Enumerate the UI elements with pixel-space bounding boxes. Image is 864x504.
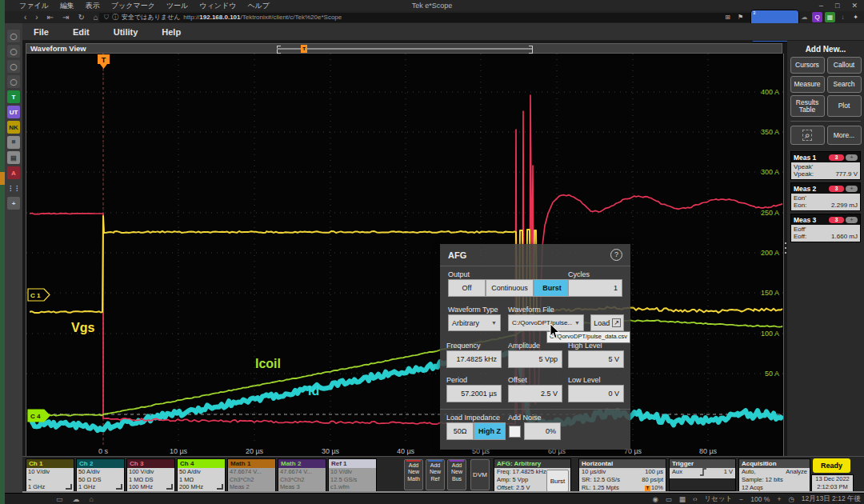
home-icon[interactable]: ⌂	[90, 495, 94, 503]
measurement-badge[interactable]: Meas 23+Eon'Eon:2.299 mJ	[790, 182, 861, 211]
purple-extension-icon[interactable]: Q	[812, 12, 822, 22]
url-bar[interactable]: ⛉ ⓘ 安全ではありません http://192.168.0.101/Tektr…	[99, 13, 794, 22]
waveform-file-dropdown[interactable]: C:/QorvoDPT/pulse...▼	[508, 314, 584, 331]
qr-icon[interactable]: ⌗	[7, 136, 20, 149]
nk-tab-icon[interactable]: NK	[7, 121, 20, 134]
url-text[interactable]: http://192.168.0.101/Tektronix#/client/c…	[183, 14, 342, 21]
search-button[interactable]: Search	[827, 76, 862, 93]
browser-menu-item[interactable]: 表示	[86, 1, 100, 11]
browser-menu-item[interactable]: ヘルプ	[247, 1, 270, 11]
browser-menu-item[interactable]: ブックマーク	[111, 1, 155, 11]
browser-menu-item[interactable]: ツール	[166, 1, 188, 11]
scope-menu-utility[interactable]: Utility	[114, 27, 138, 37]
50ω-option[interactable]: 50Ω	[446, 422, 474, 440]
load-button[interactable]: Load↗	[590, 314, 624, 331]
grid-dots-icon[interactable]: ⋮⋮	[7, 182, 20, 194]
teal-s-extension-icon[interactable]: S3	[786, 12, 797, 22]
trigger-badge[interactable]: TriggerAux1 V	[669, 458, 736, 491]
bookmark-icon[interactable]: ⚑	[735, 12, 746, 22]
tek-tab-icon[interactable]: T	[7, 90, 20, 103]
measurement-badge[interactable]: Meas 13+Vpeak'Vpeak:777.9 V	[790, 151, 861, 180]
afg-burst-button[interactable]: Burst	[546, 470, 569, 492]
period-input[interactable]: 57.2001 µs	[446, 385, 502, 402]
scope-menu-file[interactable]: File	[34, 27, 49, 37]
ghost-extension-icon[interactable]: ☁	[799, 12, 810, 22]
dvm-button[interactable]: DVM	[470, 459, 490, 490]
tiles-icon[interactable]: ⊞	[722, 12, 733, 22]
afg-badge[interactable]: AFG: ArbitraryFreq: 17.4825 kHzAmp: 5 Vp…	[494, 458, 571, 491]
forward-icon[interactable]: ›	[35, 13, 38, 22]
channel-badge-math2[interactable]: Math 247.6674 V...Ch3*Ch2Meas 3	[278, 458, 326, 491]
horizontal-overview-slider[interactable]: T	[277, 46, 533, 52]
slider-right-bracket[interactable]	[529, 46, 533, 54]
a-red-icon[interactable]: A	[7, 166, 20, 179]
blue-arrow-extension-icon[interactable]: ↓	[838, 12, 848, 22]
zoom-out-button[interactable]: −	[739, 495, 743, 503]
image-icon[interactable]: ▦	[679, 495, 686, 503]
channel-badge-ch4[interactable]: Ch 450 A/div1 MΩ200 MHz	[177, 458, 226, 491]
horizontal-badge[interactable]: Horizontal10 µs/div100 µsSR: 12.5 GS/s80…	[578, 458, 666, 491]
callout-button[interactable]: Callout	[827, 57, 862, 74]
add-new-bus-button[interactable]: AddNewBus	[447, 459, 466, 490]
expand-badge[interactable]: +	[846, 186, 858, 192]
waveform-type-dropdown[interactable]: Arbitrary▼	[448, 314, 501, 331]
plus-icon[interactable]: +	[7, 197, 20, 210]
window-icon[interactable]: ▭	[56, 495, 63, 503]
browser-menu-item[interactable]: ウィンドウ	[199, 1, 236, 11]
info-icon[interactable]: ⓘ	[112, 13, 118, 22]
tab-icon[interactable]: ◯	[7, 30, 20, 42]
rewind-icon[interactable]: ⇤	[47, 13, 54, 22]
offset-input[interactable]: 2.5 V	[508, 385, 562, 402]
more-button[interactable]: More...	[827, 126, 862, 145]
add-noise-input[interactable]: 0%	[524, 422, 561, 440]
low-level-input[interactable]: 0 V	[568, 385, 624, 402]
burst-option[interactable]: Burst	[534, 279, 570, 297]
channel-badge-ch1[interactable]: Ch 110 V/div⌁1 GHz	[26, 458, 74, 491]
channel-badge-math1[interactable]: Math 147.6674 V...Ch3*Ch2Meas 2	[227, 458, 276, 491]
slider-trigger-icon[interactable]: T	[301, 45, 307, 53]
capture-icon[interactable]: ◉	[652, 495, 658, 503]
doc-icon[interactable]: ▤	[7, 151, 20, 164]
fast-forward-icon[interactable]: ⇥	[62, 13, 69, 22]
add-new-math-button[interactable]: AddNewMath	[404, 459, 423, 490]
plot-button[interactable]: Plot	[827, 95, 862, 117]
channel-badge-ch2[interactable]: Ch 250 A/div50 Ω DS1 GHz	[76, 458, 125, 491]
cycles-input[interactable]: 1	[568, 279, 622, 297]
results-table-button[interactable]: Results Table	[790, 95, 825, 117]
minimize-icon[interactable]: –	[819, 2, 823, 10]
slider-track[interactable]	[277, 48, 533, 50]
cursors-button[interactable]: Cursors	[790, 57, 825, 74]
measurement-badge[interactable]: Meas 33+Eoff'Eoff:1.660 mJ	[790, 214, 861, 242]
zoom-mode-button[interactable]: ⌕	[790, 126, 825, 145]
expand-badge[interactable]: +	[846, 154, 858, 161]
browser-menu-item[interactable]: 編集	[60, 1, 74, 11]
puzzle-extension-icon[interactable]: ✦	[850, 12, 861, 22]
zoom-reset-button[interactable]: リセット	[705, 494, 733, 504]
add-new-ref-button[interactable]: AddNewRef	[426, 459, 445, 490]
amplitude-input[interactable]: 5 Vpp	[508, 350, 562, 368]
cloud-icon[interactable]: ☁	[73, 495, 80, 503]
tab-icon[interactable]: ◯	[7, 60, 20, 73]
acq-analyze[interactable]: Analyze	[786, 468, 807, 476]
scope-menu-help[interactable]: Help	[162, 27, 181, 37]
off-option[interactable]: Off	[448, 279, 486, 297]
frequency-input[interactable]: 17.4825 kHz	[446, 350, 502, 368]
tab-icon[interactable]: ◯	[7, 75, 20, 88]
measure-button[interactable]: Measure	[790, 76, 825, 93]
zoom-in-button[interactable]: +	[777, 495, 781, 503]
reload-icon[interactable]: ↻	[78, 13, 84, 22]
add-noise-checkbox[interactable]	[509, 426, 521, 438]
panel-scroll-handle[interactable]	[784, 242, 787, 254]
continuous-option[interactable]: Continuous	[486, 279, 534, 297]
back-icon[interactable]: ‹	[24, 13, 26, 22]
acquisition-badge[interactable]: AcquisitionAuto,AnalyzeSample: 12 bits12…	[738, 458, 810, 491]
browser-menu-item[interactable]: ファイル	[19, 1, 49, 11]
channel-badge-ref1[interactable]: Ref 110 V/div12.5 GS/sc1.wfm	[328, 458, 377, 491]
ut-tab-icon[interactable]: UT	[7, 106, 20, 118]
high-level-input[interactable]: 5 V	[568, 350, 624, 368]
maximize-icon[interactable]: □	[835, 2, 839, 10]
home-icon[interactable]: ⌂	[94, 13, 98, 22]
waveform-canvas[interactable]: 0 s10 µs20 µs30 µs40 µs50 µs60 µs70 µs80…	[26, 54, 784, 456]
scope-menu-edit[interactable]: Edit	[73, 27, 90, 37]
expand-badge[interactable]: +	[846, 217, 858, 223]
